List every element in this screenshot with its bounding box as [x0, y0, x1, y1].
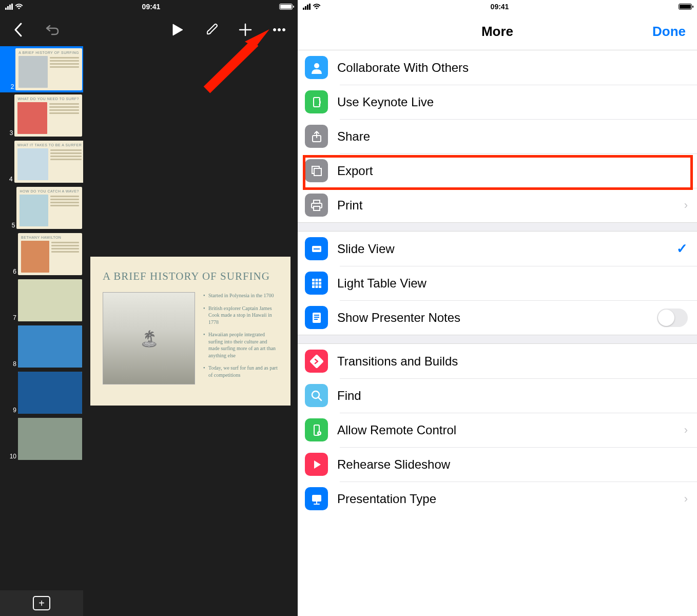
svg-rect-23: [319, 282, 321, 284]
slide-thumbnails[interactable]: 2A BRIEF HISTORY OF SURFING3WHAT DO YOU …: [0, 46, 83, 616]
thumbnail-number: 6: [9, 268, 16, 275]
row-share[interactable]: Share: [298, 119, 697, 153]
row-presenter-notes[interactable]: Show Presenter Notes: [298, 300, 697, 335]
battery-icon: [679, 4, 692, 10]
add-button[interactable]: [236, 21, 255, 39]
add-slide-button[interactable]: +: [33, 596, 50, 610]
svg-point-8: [314, 63, 319, 68]
chevron-right-icon: ›: [684, 424, 688, 437]
thumbnail-slide[interactable]: 9: [0, 370, 83, 416]
remote-icon: [305, 418, 328, 441]
add-slide-bar: +: [0, 590, 83, 616]
thumbnail-preview: [18, 372, 82, 414]
undo-button[interactable]: [43, 21, 62, 39]
row-label: Allow Remote Control: [337, 423, 675, 437]
row-slide-view[interactable]: Slide View ✓: [298, 232, 697, 266]
collaborate-icon: [305, 56, 328, 79]
format-brush-button[interactable]: [202, 21, 221, 39]
row-export[interactable]: Export: [298, 153, 697, 188]
battery-icon: [279, 4, 293, 10]
thumbnail-number: 3: [9, 129, 13, 137]
svg-line-33: [318, 397, 321, 400]
current-slide[interactable]: A BRIEF HISTORY OF SURFING Started in Po…: [90, 257, 291, 406]
thumbnail-number: 2: [9, 83, 14, 90]
find-icon: [305, 384, 328, 407]
svg-point-4: [278, 29, 281, 31]
chevron-right-icon: ›: [684, 199, 688, 212]
thumbnail-slide[interactable]: 2A BRIEF HISTORY OF SURFING: [0, 46, 83, 92]
more-button[interactable]: [270, 21, 288, 39]
export-icon: [305, 159, 328, 182]
row-remote-control[interactable]: Allow Remote Control ›: [298, 413, 697, 447]
row-label: Transitions and Builds: [337, 354, 688, 369]
svg-rect-19: [315, 279, 318, 281]
status-bar: 09:41: [0, 0, 298, 13]
wifi-icon: [313, 3, 321, 11]
back-button[interactable]: [9, 21, 28, 39]
row-label: Print: [337, 198, 675, 213]
light-table-icon: [305, 272, 328, 295]
thumbnail-preview: WHAT DO YOU NEED TO SURF?: [14, 94, 82, 137]
svg-marker-0: [173, 24, 183, 35]
slide-bullet[interactable]: Started in Polynesia in the 1700: [203, 292, 278, 299]
play-button[interactable]: [168, 21, 187, 39]
row-label: Collaborate With Others: [337, 61, 688, 75]
row-presentation-type[interactable]: Presentation Type ›: [298, 482, 697, 516]
slide-bullet[interactable]: Today, we surf for fun and as part of co…: [203, 364, 278, 378]
thumbnail-slide[interactable]: 5HOW DO YOU CATCH A WAVE?: [0, 185, 83, 231]
slide-canvas[interactable]: A BRIEF HISTORY OF SURFING Started in Po…: [83, 46, 298, 616]
svg-rect-21: [312, 282, 315, 284]
thumbnail-preview: A BRIEF HISTORY OF SURFING: [15, 48, 82, 90]
section-divider: [298, 222, 697, 232]
chevron-right-icon: ›: [684, 492, 688, 506]
svg-rect-25: [315, 285, 318, 288]
row-rehearse[interactable]: Rehearse Slideshow: [298, 447, 697, 482]
thumbnail-number: 8: [9, 360, 16, 368]
row-print[interactable]: Print ›: [298, 188, 697, 222]
row-label: Show Presenter Notes: [337, 311, 648, 325]
more-header: More Done: [298, 13, 697, 50]
slide-bullet-list[interactable]: Started in Polynesia in the 1700British …: [203, 292, 278, 384]
more-title: More: [481, 24, 513, 40]
presenter-notes-toggle[interactable]: [657, 309, 688, 327]
row-collaborate[interactable]: Collaborate With Others: [298, 50, 697, 85]
thumbnail-slide[interactable]: 10: [0, 416, 83, 462]
row-label: Share: [337, 129, 688, 144]
row-find[interactable]: Find: [298, 378, 697, 413]
row-label: Export: [337, 164, 688, 178]
keynote-editor-screen: 09:41: [0, 0, 298, 616]
done-button[interactable]: Done: [652, 24, 686, 40]
thumbnail-slide[interactable]: 4WHAT IT TAKES TO BE A SURFER: [0, 139, 83, 185]
svg-point-5: [283, 29, 285, 31]
svg-rect-22: [315, 282, 318, 284]
svg-rect-9: [314, 98, 320, 107]
slide-image[interactable]: [103, 292, 195, 384]
thumbnail-slide[interactable]: 3WHAT DO YOU NEED TO SURF?: [0, 92, 83, 139]
thumbnail-preview: [18, 418, 82, 460]
more-menu-screen: 09:41 More Done Collaborate With Others …: [298, 0, 697, 616]
row-keynote-live[interactable]: Use Keynote Live: [298, 85, 697, 119]
slide-title[interactable]: A BRIEF HISTORY OF SURFING: [103, 270, 278, 283]
svg-rect-28: [314, 315, 319, 316]
thumbnail-preview: WHAT IT TAKES TO BE A SURFER: [14, 141, 83, 183]
transitions-icon: [305, 350, 328, 373]
row-transitions[interactable]: Transitions and Builds: [298, 344, 697, 378]
thumbnail-slide[interactable]: 8: [0, 323, 83, 370]
row-light-table[interactable]: Light Table View: [298, 266, 697, 300]
row-label: Presentation Type: [337, 492, 675, 506]
svg-rect-24: [312, 285, 315, 288]
slide-bullet[interactable]: Hawaiian people integrated surfing into …: [203, 331, 278, 359]
slide-view-icon: [305, 237, 328, 260]
row-label: Use Keynote Live: [337, 95, 688, 109]
svg-rect-15: [314, 206, 320, 210]
svg-rect-12: [314, 168, 321, 176]
section-divider: [298, 335, 697, 344]
thumbnail-slide[interactable]: 6BETHANY HAMILTON: [0, 231, 83, 277]
wifi-icon: [15, 3, 23, 11]
thumbnail-slide[interactable]: 7: [0, 277, 83, 323]
keynote-live-icon: [305, 90, 328, 113]
thumbnail-number: 4: [9, 176, 13, 183]
thumbnail-preview: [18, 325, 82, 368]
slide-bullet[interactable]: British explorer Captain James Cook made…: [203, 305, 278, 326]
status-time: 09:41: [142, 3, 161, 11]
